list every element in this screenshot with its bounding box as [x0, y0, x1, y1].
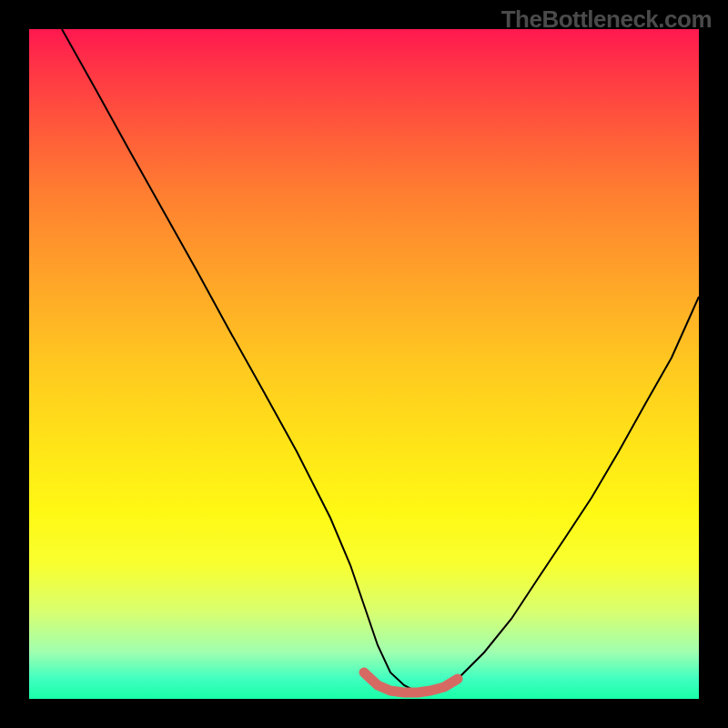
- optimal-highlight-line: [364, 672, 458, 693]
- chart-svg: [29, 29, 699, 699]
- chart-plot-area: [29, 29, 699, 699]
- bottleneck-curve-line: [62, 29, 699, 693]
